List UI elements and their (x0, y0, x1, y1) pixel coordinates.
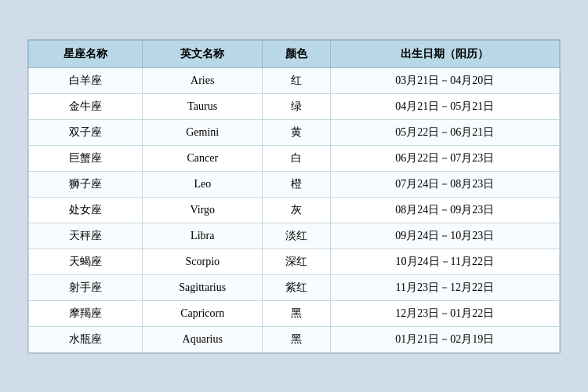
table-body: 白羊座Aries红03月21日－04月20日金牛座Taurus绿04月21日－0… (29, 67, 560, 352)
cell-color: 灰 (263, 197, 330, 223)
table-row: 巨蟹座Cancer白06月22日－07月23日 (29, 145, 560, 171)
cell-color: 红 (263, 67, 330, 93)
cell-dates: 05月22日－06月21日 (330, 119, 559, 145)
cell-color: 白 (263, 145, 330, 171)
cell-chinese-name: 天秤座 (29, 223, 143, 249)
table-row: 天蝎座Scorpio深红10月24日－11月22日 (29, 249, 560, 274)
cell-english-name: Libra (143, 223, 263, 249)
table-row: 摩羯座Capricorn黑12月23日－01月22日 (29, 300, 560, 326)
cell-dates: 08月24日－09月23日 (330, 197, 559, 223)
table-row: 射手座Sagittarius紫红11月23日－12月22日 (29, 274, 560, 300)
table-row: 白羊座Aries红03月21日－04月20日 (29, 67, 560, 93)
cell-english-name: Cancer (143, 145, 263, 171)
cell-english-name: Gemini (143, 119, 263, 145)
table-row: 狮子座Leo橙07月24日－08月23日 (29, 171, 560, 197)
cell-color: 黑 (263, 300, 330, 326)
cell-dates: 03月21日－04月20日 (330, 67, 559, 93)
header-english-name: 英文名称 (143, 40, 263, 67)
cell-color: 紫红 (263, 274, 330, 300)
cell-color: 绿 (263, 93, 330, 119)
table-row: 金牛座Taurus绿04月21日－05月21日 (29, 93, 560, 119)
cell-english-name: Taurus (143, 93, 263, 119)
cell-color: 橙 (263, 171, 330, 197)
cell-dates: 12月23日－01月22日 (330, 300, 559, 326)
cell-chinese-name: 巨蟹座 (29, 145, 143, 171)
cell-english-name: Sagittarius (143, 274, 263, 300)
zodiac-table-wrapper: 星座名称 英文名称 颜色 出生日期（阳历） 白羊座Aries红03月21日－04… (27, 39, 561, 354)
table-row: 双子座Gemini黄05月22日－06月21日 (29, 119, 560, 145)
table-header-row: 星座名称 英文名称 颜色 出生日期（阳历） (29, 40, 560, 67)
cell-english-name: Aquarius (143, 326, 263, 352)
header-dates: 出生日期（阳历） (330, 40, 559, 67)
cell-english-name: Scorpio (143, 249, 263, 274)
cell-dates: 01月21日－02月19日 (330, 326, 559, 352)
cell-dates: 07月24日－08月23日 (330, 171, 559, 197)
cell-chinese-name: 白羊座 (29, 67, 143, 93)
cell-color: 黑 (263, 326, 330, 352)
cell-chinese-name: 处女座 (29, 197, 143, 223)
cell-chinese-name: 狮子座 (29, 171, 143, 197)
zodiac-table: 星座名称 英文名称 颜色 出生日期（阳历） 白羊座Aries红03月21日－04… (28, 40, 560, 353)
header-chinese-name: 星座名称 (29, 40, 143, 67)
cell-dates: 04月21日－05月21日 (330, 93, 559, 119)
table-row: 水瓶座Aquarius黑01月21日－02月19日 (29, 326, 560, 352)
header-color: 颜色 (263, 40, 330, 67)
cell-dates: 06月22日－07月23日 (330, 145, 559, 171)
cell-chinese-name: 天蝎座 (29, 249, 143, 274)
cell-dates: 11月23日－12月22日 (330, 274, 559, 300)
table-row: 天秤座Libra淡红09月24日－10月23日 (29, 223, 560, 249)
cell-color: 深红 (263, 249, 330, 274)
cell-chinese-name: 水瓶座 (29, 326, 143, 352)
cell-english-name: Aries (143, 67, 263, 93)
cell-chinese-name: 摩羯座 (29, 300, 143, 326)
cell-chinese-name: 金牛座 (29, 93, 143, 119)
cell-dates: 10月24日－11月22日 (330, 249, 559, 274)
cell-chinese-name: 射手座 (29, 274, 143, 300)
cell-color: 黄 (263, 119, 330, 145)
cell-color: 淡红 (263, 223, 330, 249)
cell-chinese-name: 双子座 (29, 119, 143, 145)
cell-english-name: Capricorn (143, 300, 263, 326)
cell-english-name: Virgo (143, 197, 263, 223)
cell-dates: 09月24日－10月23日 (330, 223, 559, 249)
cell-english-name: Leo (143, 171, 263, 197)
table-row: 处女座Virgo灰08月24日－09月23日 (29, 197, 560, 223)
